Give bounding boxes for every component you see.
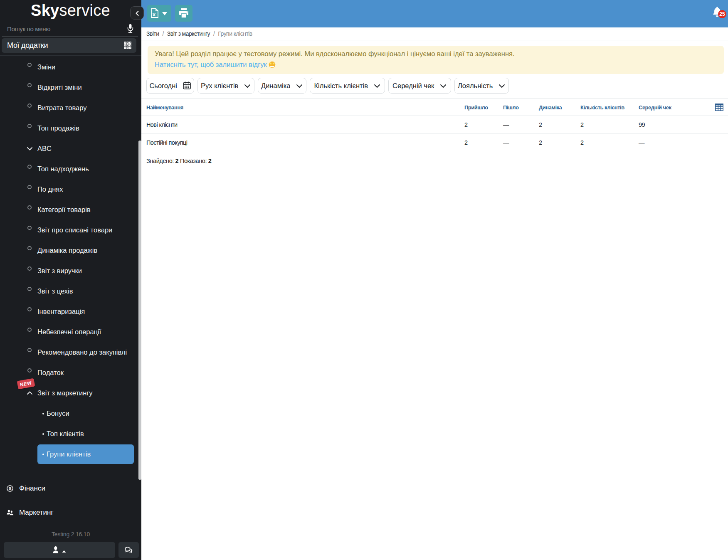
svg-text:x: x	[153, 11, 156, 17]
svg-text:$: $	[9, 486, 11, 491]
